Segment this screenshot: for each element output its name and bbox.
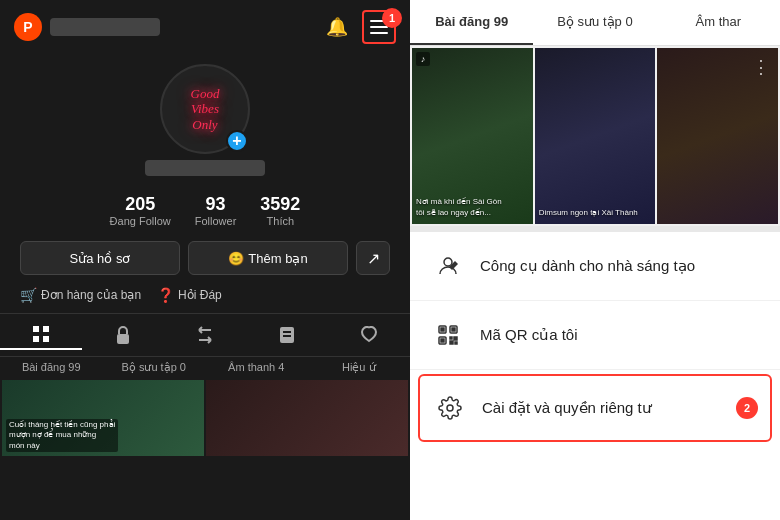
right-video-section: Nơi mà khi đến Sài Gòntôi sẽ lao ngay đế… <box>410 46 780 226</box>
orders-text: Đơn hàng của bạn <box>41 288 141 302</box>
stat-likes[interactable]: 3592 Thích <box>260 194 300 227</box>
video-text-1: Cuối tháng hết tiền cũng phảimượn nợ để … <box>6 419 118 452</box>
menu-section: Công cụ dành cho nhà sáng tạo <box>410 232 780 520</box>
following-label: Đang Follow <box>110 215 171 227</box>
profile-name-placeholder <box>145 160 265 176</box>
settings-badge: 2 <box>736 397 758 419</box>
qr-code-text: Mã QR của tôi <box>480 326 578 344</box>
tab-likes[interactable] <box>328 320 410 350</box>
top-bar-right: 🔔 1 <box>322 10 396 44</box>
tab-label-collections: Bộ sưu tập 0 <box>103 361 206 374</box>
video-thumb-2[interactable] <box>206 380 408 456</box>
right-video-text-1: Nơi mà khi đến Sài Gòntôi sẽ lao ngay đế… <box>416 197 502 218</box>
tab-labels: Bài đăng 99 Bộ sưu tập 0 Âm thanh 4 Hiệu… <box>0 357 410 378</box>
svg-rect-13 <box>452 328 455 331</box>
creator-tools-icon <box>430 248 466 284</box>
tab-lock[interactable] <box>82 320 164 350</box>
notification-icon[interactable]: 🔔 <box>322 12 352 42</box>
svg-rect-14 <box>441 339 444 342</box>
faq-text: Hỏi Đáp <box>178 288 222 302</box>
right-nav-posts[interactable]: Bài đăng 99 <box>410 0 533 45</box>
svg-rect-2 <box>33 336 39 342</box>
svg-rect-19 <box>455 342 457 344</box>
right-top-nav: Bài đăng 99 Bộ sưu tập 0 Âm thar <box>410 0 780 46</box>
add-friend-button[interactable]: 😊 Thêm bạn <box>188 241 348 275</box>
qr-code-icon <box>430 317 466 353</box>
avatar-plus-button[interactable]: + <box>226 130 248 152</box>
hamburger-line-3 <box>370 32 388 34</box>
top-bar: P 🔔 1 <box>0 0 410 54</box>
tab-label-posts: Bài đăng 99 <box>0 361 103 374</box>
video-thumb-1[interactable]: Cuối tháng hết tiền cũng phảimượn nợ để … <box>2 380 204 456</box>
action-buttons: Sửa hồ sơ 😊 Thêm bạn ↗ <box>0 241 410 275</box>
avatar-wrapper: GoodVibesOnly + <box>160 64 250 154</box>
svg-rect-17 <box>454 337 457 340</box>
settings-privacy-item[interactable]: Cài đặt và quyền riêng tư 2 <box>418 374 772 442</box>
tab-label-sounds: Âm thanh 4 <box>205 361 308 374</box>
right-nav-sounds[interactable]: Âm thar <box>657 0 780 45</box>
creator-tools-item[interactable]: Công cụ dành cho nhà sáng tạo <box>410 232 780 301</box>
likes-count: 3592 <box>260 194 300 215</box>
right-video-thumb-1[interactable]: Nơi mà khi đến Sài Gòntôi sẽ lao ngay đế… <box>412 48 533 224</box>
tab-repost[interactable] <box>164 320 246 350</box>
svg-rect-1 <box>43 326 49 332</box>
svg-point-8 <box>444 258 452 266</box>
svg-rect-6 <box>283 331 291 333</box>
right-nav-collections[interactable]: Bộ sưu tập 0 <box>533 0 656 45</box>
right-video-thumb-2[interactable]: Dimsum ngon tại Xài Thành <box>535 48 656 224</box>
svg-rect-12 <box>441 328 444 331</box>
links-row: 🛒 Đơn hàng của bạn ❓ Hỏi Đáp <box>0 287 410 303</box>
avatar-neon-text: GoodVibesOnly <box>191 86 220 133</box>
video-grid: Cuối tháng hết tiền cũng phảimượn nợ để … <box>0 378 410 458</box>
creator-tools-text: Công cụ dành cho nhà sáng tạo <box>480 257 695 275</box>
orders-link[interactable]: 🛒 Đơn hàng của bạn <box>20 287 141 303</box>
stats-row: 205 Đang Follow 93 Follower 3592 Thích <box>0 194 410 227</box>
hamburger-line-2 <box>370 26 388 28</box>
settings-privacy-text: Cài đặt và quyền riêng tư <box>482 399 652 417</box>
right-panel: Bài đăng 99 Bộ sưu tập 0 Âm thar Nơi mà … <box>410 0 780 520</box>
tiktok-badge-1 <box>416 52 430 66</box>
stat-following[interactable]: 205 Đang Follow <box>110 194 171 227</box>
edit-profile-button[interactable]: Sửa hồ sơ <box>20 241 180 275</box>
step-1-badge: 1 <box>382 8 402 28</box>
share-button[interactable]: ↗ <box>356 241 390 275</box>
followers-label: Follower <box>195 215 237 227</box>
tab-bar <box>0 313 410 357</box>
svg-rect-16 <box>450 337 452 339</box>
svg-rect-7 <box>283 335 291 337</box>
svg-rect-0 <box>33 326 39 332</box>
settings-icon <box>432 390 468 426</box>
username-placeholder <box>50 18 160 36</box>
qr-code-item[interactable]: Mã QR của tôi <box>410 301 780 370</box>
svg-rect-3 <box>43 336 49 342</box>
svg-rect-4 <box>117 334 129 344</box>
left-panel: P 🔔 1 GoodVibesOnly + <box>0 0 410 520</box>
followers-count: 93 <box>195 194 237 215</box>
tab-label-effects: Hiệu ứ <box>308 361 411 374</box>
svg-rect-18 <box>450 341 453 344</box>
right-video-text-2: Dimsum ngon tại Xài Thành <box>539 208 638 218</box>
faq-link[interactable]: ❓ Hỏi Đáp <box>157 287 222 303</box>
following-count: 205 <box>110 194 171 215</box>
p-icon: P <box>14 13 42 41</box>
stat-followers[interactable]: 93 Follower <box>195 194 237 227</box>
profile-section: GoodVibesOnly + <box>0 54 410 194</box>
cart-icon: 🛒 <box>20 287 37 303</box>
svg-point-20 <box>447 405 453 411</box>
faq-icon: ❓ <box>157 287 174 303</box>
likes-label: Thích <box>260 215 300 227</box>
right-video-thumb-3[interactable]: ⋮ <box>657 48 778 224</box>
top-bar-left: P <box>14 13 160 41</box>
tab-grid[interactable] <box>0 320 82 350</box>
tab-posts[interactable] <box>246 320 328 350</box>
